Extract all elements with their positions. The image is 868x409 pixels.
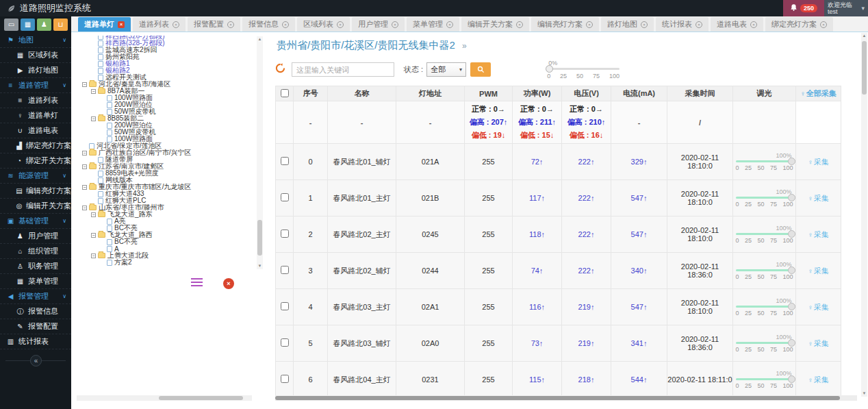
dim-slider[interactable]: 100%0255075100 bbox=[736, 188, 793, 208]
collapse-toggle-icon[interactable]: − bbox=[91, 116, 96, 121]
scroll-down-icon[interactable]: ▼ bbox=[861, 391, 867, 397]
sidebar-item[interactable]: ⓘ报警信息 bbox=[0, 304, 71, 319]
sidebar-item[interactable]: ▣基础管理∨ bbox=[0, 214, 71, 229]
slider-handle[interactable] bbox=[788, 267, 795, 274]
quickbtn-regions[interactable]: ▦ bbox=[21, 18, 35, 31]
slider-handle[interactable] bbox=[788, 303, 795, 310]
collect-link[interactable]: ♀采集 bbox=[808, 267, 829, 275]
slider-track[interactable] bbox=[736, 197, 793, 199]
collect-link[interactable]: ♀采集 bbox=[808, 339, 829, 347]
status-select[interactable]: 全部 ▾ bbox=[426, 62, 466, 77]
sidebar-item[interactable]: ≋能源管理∨ bbox=[0, 169, 71, 184]
sidebar-item[interactable]: ⚑地图∨ bbox=[0, 33, 71, 48]
master-dim-slider[interactable]: 0% 0 25 50 75 100 bbox=[547, 60, 620, 79]
collect-link[interactable]: ♀采集 bbox=[808, 194, 829, 202]
sidebar-item[interactable]: ▶路灯地图 bbox=[0, 63, 71, 78]
collapse-toggle-icon[interactable]: − bbox=[91, 212, 96, 217]
slider-track[interactable] bbox=[736, 233, 793, 235]
tab[interactable]: 道路单灯× bbox=[78, 17, 131, 32]
tree-hscrollbar-thumb[interactable] bbox=[159, 396, 243, 400]
tree-node[interactable]: BC不亮 bbox=[79, 238, 251, 245]
search-input[interactable] bbox=[292, 62, 394, 77]
table-hscrollbar[interactable] bbox=[275, 395, 857, 401]
dim-slider[interactable]: 100%0255075100 bbox=[736, 152, 793, 171]
scroll-up-icon[interactable]: ▲ bbox=[861, 33, 867, 39]
tree-node[interactable]: −山东省/枣庄市/滕州市 bbox=[79, 204, 251, 211]
quickbtn-monitor[interactable]: ▭ bbox=[4, 18, 18, 31]
collapse-toggle-icon[interactable]: − bbox=[82, 151, 87, 156]
tree-node[interactable]: −上善大道北段 bbox=[79, 252, 251, 259]
sidebar-item[interactable]: ∪道路电表 bbox=[0, 123, 71, 138]
dim-slider[interactable]: 100%0255075100 bbox=[736, 297, 793, 317]
close-icon[interactable]: × bbox=[118, 21, 125, 28]
tab[interactable]: 绑定亮灯方案× bbox=[765, 17, 833, 32]
sidebar-item[interactable]: ♀道路单灯 bbox=[0, 108, 71, 123]
tree-node[interactable]: −飞龙大道_路东 bbox=[79, 211, 251, 218]
slider-track[interactable] bbox=[736, 160, 793, 162]
sidebar-item[interactable]: ▤编辑亮灯方案 bbox=[0, 184, 71, 199]
scroll-down-icon[interactable]: ▼ bbox=[257, 263, 263, 269]
slider-handle[interactable] bbox=[788, 194, 795, 201]
dim-slider[interactable]: 100%0255075100 bbox=[736, 225, 793, 244]
notification-button[interactable]: 250 bbox=[783, 0, 824, 16]
page-scrollbar[interactable]: ▲ ▼ bbox=[861, 33, 867, 397]
tree-list-view-icon[interactable] bbox=[191, 278, 203, 287]
row-checkbox[interactable] bbox=[281, 157, 289, 165]
tree-node[interactable]: 方案2 bbox=[79, 259, 251, 266]
row-checkbox[interactable] bbox=[281, 338, 289, 347]
tab[interactable]: 菜单管理× bbox=[407, 17, 459, 32]
slider-track[interactable] bbox=[547, 68, 620, 70]
slider-track[interactable] bbox=[736, 378, 793, 380]
collapse-toggle-icon[interactable]: − bbox=[82, 206, 87, 210]
collect-link[interactable]: ♀采集 bbox=[808, 375, 829, 384]
row-checkbox[interactable] bbox=[281, 230, 289, 238]
close-icon[interactable]: × bbox=[820, 21, 827, 28]
sidebar-item[interactable]: ◎编辑开关方案 bbox=[0, 199, 71, 214]
sidebar-item[interactable]: ◔绑定开关方案 bbox=[0, 153, 71, 169]
sidebar-item[interactable]: ✎报警配置 bbox=[0, 319, 71, 334]
select-all-checkbox[interactable] bbox=[281, 89, 289, 97]
tab[interactable]: 统计报表× bbox=[656, 17, 709, 32]
breadcrumb-path[interactable]: 贵州省/贵阳市/花溪区/贵阳无线集中器2 bbox=[277, 39, 455, 51]
close-icon[interactable]: × bbox=[227, 21, 234, 28]
tree-scrollbar-thumb[interactable] bbox=[257, 220, 262, 256]
dim-slider[interactable]: 100%0255075100 bbox=[736, 334, 793, 353]
refresh-icon[interactable] bbox=[275, 63, 288, 76]
sidebar-item[interactable]: ♟用户管理 bbox=[0, 229, 71, 244]
close-icon[interactable]: × bbox=[173, 21, 179, 28]
tree-node[interactable]: 200W照泊位 bbox=[79, 122, 251, 129]
collapse-toggle-icon[interactable]: − bbox=[82, 185, 87, 190]
tree-node[interactable]: A亮 bbox=[79, 218, 251, 225]
collect-link[interactable]: ♀采集 bbox=[808, 158, 829, 166]
collapse-toggle-icon[interactable]: − bbox=[91, 233, 96, 238]
row-checkbox[interactable] bbox=[281, 266, 289, 274]
tab[interactable]: 区域列表× bbox=[297, 17, 350, 32]
sidebar-item[interactable]: ▦区域列表 bbox=[0, 48, 71, 63]
close-icon[interactable]: × bbox=[586, 21, 593, 28]
slider-track[interactable] bbox=[736, 342, 793, 344]
sidebar-item[interactable]: ⌂组织管理 bbox=[0, 244, 71, 259]
slider-handle[interactable] bbox=[788, 158, 795, 165]
slider-track[interactable] bbox=[736, 269, 793, 271]
breadcrumb[interactable]: 贵州省/贵阳市/花溪区/贵阳无线集中器2 » bbox=[277, 39, 858, 52]
tree-close-icon[interactable]: × bbox=[223, 278, 234, 289]
quickbtn-trash[interactable]: ⊔ bbox=[53, 18, 68, 31]
sidebar-item[interactable]: ▟绑定亮灯方案 bbox=[0, 138, 71, 153]
close-icon[interactable]: × bbox=[695, 21, 702, 28]
close-icon[interactable]: × bbox=[446, 21, 453, 28]
slider-handle[interactable] bbox=[788, 375, 795, 383]
tree-node[interactable]: BC不亮 bbox=[79, 225, 251, 232]
column-header-all-collect[interactable]: ♀全部采集 bbox=[796, 86, 841, 101]
collapse-toggle-icon[interactable]: − bbox=[91, 253, 96, 258]
dim-slider[interactable]: 100%0255075100 bbox=[736, 261, 793, 280]
user-menu[interactable]: 欢迎光临 test ▾ bbox=[824, 0, 868, 16]
row-checkbox[interactable] bbox=[281, 302, 289, 310]
page-scrollbar-thumb[interactable] bbox=[862, 41, 867, 95]
slider-track[interactable] bbox=[736, 306, 793, 308]
tab[interactable]: 道路电表× bbox=[711, 17, 763, 32]
sidebar-item[interactable]: ▥统计报表 bbox=[0, 334, 71, 349]
close-icon[interactable]: × bbox=[516, 21, 523, 28]
close-icon[interactable]: × bbox=[337, 21, 344, 28]
table-hscrollbar-thumb[interactable] bbox=[275, 396, 840, 400]
collapse-toggle-icon[interactable]: − bbox=[82, 82, 87, 87]
